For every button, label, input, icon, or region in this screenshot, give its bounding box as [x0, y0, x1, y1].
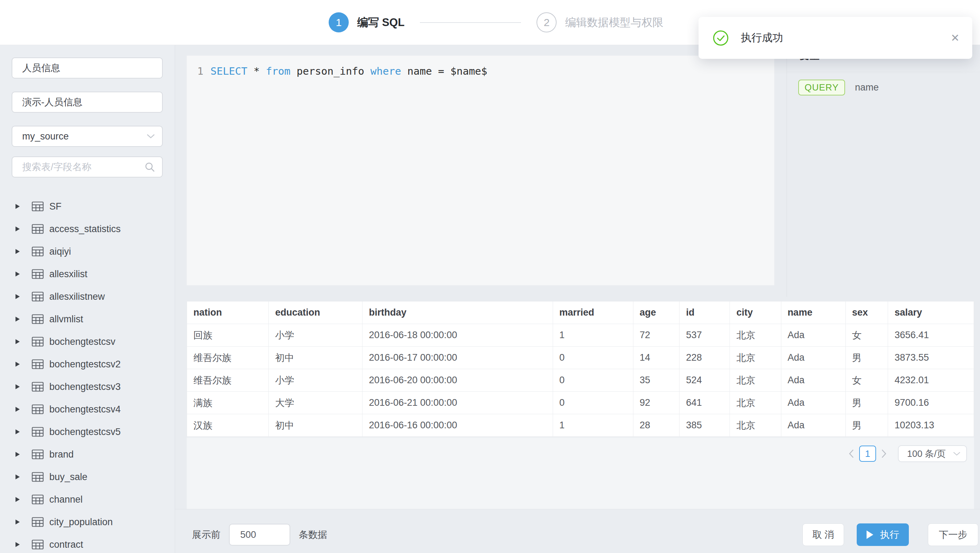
result-cell: 524: [679, 369, 730, 392]
result-cell: 10203.13: [888, 414, 974, 437]
execute-button-label: 执行: [880, 528, 899, 541]
table-grid-icon: [32, 427, 44, 437]
variable-row[interactable]: QUERYname: [798, 78, 879, 97]
expand-caret-icon[interactable]: [16, 204, 20, 209]
sidebar-table-item[interactable]: access_statistics: [0, 218, 175, 240]
table-grid-icon: [32, 449, 44, 460]
dataset-name-input[interactable]: [12, 57, 163, 79]
expand-caret-icon[interactable]: [16, 542, 20, 547]
next-page-button[interactable]: [876, 449, 892, 459]
result-row: 维吾尔族小学2016-06-20 00:00:00035524北京Ada女423…: [187, 369, 974, 392]
expand-caret-icon[interactable]: [16, 452, 20, 457]
table-name-label: bochengtestcsv2: [49, 359, 121, 370]
expand-caret-icon[interactable]: [16, 474, 20, 479]
panel-vertical-divider: [787, 45, 787, 297]
result-cell: 男: [845, 392, 888, 414]
result-cell: 1: [553, 414, 633, 437]
table-name-label: aiqiyi: [49, 246, 71, 257]
result-cell: Ada: [781, 324, 845, 346]
step-1-label: 编写 SQL: [357, 15, 404, 30]
page-size-select[interactable]: 100 条/页: [898, 445, 967, 462]
table-grid-icon: [32, 291, 44, 302]
sidebar-table-item[interactable]: bochengtestcsv4: [0, 398, 175, 421]
result-cell: Ada: [781, 346, 845, 369]
sql-text: *: [254, 65, 259, 77]
current-page-button[interactable]: 1: [859, 446, 876, 462]
result-body: 回族小学2016-06-18 00:00:00172537北京Ada女3656.…: [187, 324, 974, 437]
expand-caret-icon[interactable]: [16, 407, 20, 412]
cancel-button[interactable]: 取 消: [802, 523, 844, 546]
execute-button[interactable]: 执行: [857, 523, 909, 546]
search-icon[interactable]: [145, 162, 155, 174]
table-name-label: bochengtestcsv3: [49, 381, 121, 393]
table-search-input[interactable]: [12, 156, 163, 178]
table-grid-icon: [32, 246, 44, 257]
expand-caret-icon[interactable]: [16, 226, 20, 231]
sidebar-table-item[interactable]: aiqiyi: [0, 240, 175, 263]
sidebar-table-item[interactable]: bochengtestcsv2: [0, 353, 175, 375]
result-row: 维吾尔族初中2016-06-17 00:00:00014228北京Ada男387…: [187, 346, 974, 369]
expand-caret-icon[interactable]: [16, 362, 20, 367]
sidebar-table-item[interactable]: city_population: [0, 511, 175, 533]
result-column-header: sex: [845, 302, 888, 324]
expand-caret-icon[interactable]: [16, 272, 20, 276]
variables-list: QUERYname: [798, 78, 879, 97]
sql-text: name: [407, 65, 432, 77]
result-column-header: nation: [187, 302, 269, 324]
sidebar-table-item[interactable]: channel: [0, 488, 175, 511]
result-cell: 汉族: [187, 414, 269, 437]
table-name-label: channel: [49, 494, 83, 505]
sidebar-table-item[interactable]: SF: [0, 195, 175, 218]
result-cell: Ada: [781, 414, 845, 437]
table-name-label: bochengtestcsv5: [49, 427, 121, 437]
result-cell: 92: [633, 392, 679, 414]
table-name-label: SF: [49, 201, 62, 212]
table-name-label: access_statistics: [49, 224, 121, 235]
table-grid-icon: [32, 404, 44, 415]
result-header-row: nationeducationbirthdaymarriedageidcityn…: [187, 302, 974, 324]
datasource-select[interactable]: my_source: [12, 126, 163, 147]
sidebar-table-item[interactable]: buy_sale: [0, 466, 175, 488]
sidebar-table-item[interactable]: bochengtestcsv: [0, 331, 175, 353]
result-cell: 0: [553, 392, 633, 414]
expand-caret-icon[interactable]: [16, 384, 20, 389]
sidebar-table-item[interactable]: brand: [0, 443, 175, 466]
sql-code-line: SELECT * from person_info where name = $…: [210, 64, 487, 78]
sidebar-table-item[interactable]: bochengtestcsv3: [0, 375, 175, 398]
table-grid-icon: [32, 517, 44, 527]
sidebar-table-item[interactable]: allvmlist: [0, 308, 175, 331]
expand-caret-icon[interactable]: [16, 520, 20, 524]
expand-caret-icon[interactable]: [16, 497, 20, 502]
table-name-label: allesxilist: [49, 269, 88, 280]
expand-caret-icon[interactable]: [16, 339, 20, 344]
sql-code-line-wrap: 1 SELECT * from person_info where name =…: [187, 56, 774, 78]
sidebar-table-item[interactable]: allesxilist: [0, 263, 175, 285]
sidebar-table-item[interactable]: contract: [0, 533, 175, 553]
expand-caret-icon[interactable]: [16, 317, 20, 322]
result-cell: 初中: [269, 414, 363, 437]
sidebar-table-item[interactable]: allesxilistnew: [0, 285, 175, 308]
sql-editor[interactable]: 1 SELECT * from person_info where name =…: [187, 56, 774, 285]
expand-caret-icon[interactable]: [16, 249, 20, 254]
pagination: 1 100 条/页: [844, 445, 967, 462]
prev-page-button[interactable]: [844, 449, 859, 459]
result-cell: 大学: [269, 392, 363, 414]
table-grid-icon: [32, 359, 44, 369]
close-icon[interactable]: ✕: [951, 32, 959, 44]
expand-caret-icon[interactable]: [16, 429, 20, 434]
result-column-header: education: [269, 302, 363, 324]
expand-caret-icon[interactable]: [16, 294, 20, 299]
limit-input[interactable]: [229, 524, 290, 546]
table-name-label: city_population: [49, 517, 113, 528]
result-column-header: age: [633, 302, 679, 324]
sql-text: person_info: [297, 65, 364, 77]
dataset-desc-input[interactable]: [12, 92, 163, 113]
toast-message: 执行成功: [741, 31, 783, 45]
table-grid-icon: [32, 539, 44, 550]
next-step-button[interactable]: 下一步: [928, 523, 978, 546]
result-column-header: id: [679, 302, 730, 324]
sql-keyword: SELECT: [210, 65, 247, 77]
table-grid-icon: [32, 472, 44, 482]
sidebar-table-item[interactable]: bochengtestcsv5: [0, 421, 175, 443]
result-cell: 初中: [269, 346, 363, 369]
